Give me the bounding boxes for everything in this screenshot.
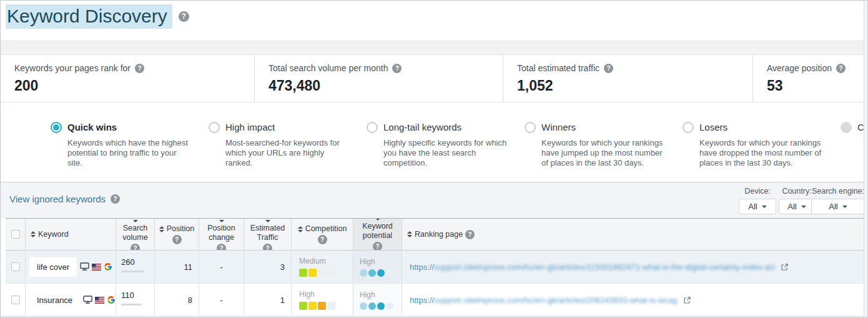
sort-icon[interactable] bbox=[159, 226, 164, 232]
filter-label[interactable]: High impact bbox=[225, 121, 349, 134]
help-icon[interactable]: ? bbox=[135, 64, 144, 73]
external-link-icon[interactable] bbox=[683, 296, 691, 304]
position-change-value: - bbox=[220, 296, 222, 305]
competition-meter bbox=[299, 302, 335, 310]
filter-description: Keywords for which your rankings have ju… bbox=[541, 138, 665, 168]
google-icon bbox=[104, 262, 112, 271]
sort-icon[interactable] bbox=[219, 219, 224, 222]
filter-winners[interactable]: Winners Keywords for which your rankings… bbox=[525, 121, 673, 168]
us-flag-icon bbox=[95, 297, 104, 304]
dropdown-label: Device: bbox=[739, 187, 776, 196]
volume-bar bbox=[121, 271, 144, 272]
column-header-search-volume[interactable]: Search volume? bbox=[116, 219, 155, 250]
row-checkbox[interactable] bbox=[11, 262, 20, 271]
radio-selected-icon[interactable] bbox=[51, 122, 62, 133]
filter-description: Highly specific keywords for which you h… bbox=[383, 138, 507, 168]
help-icon[interactable]: ? bbox=[836, 64, 846, 73]
help-icon[interactable]: ? bbox=[111, 194, 120, 204]
filter-high-impact[interactable]: High impact Most-searched-for keywords f… bbox=[209, 121, 357, 168]
radio-icon[interactable] bbox=[525, 122, 536, 133]
help-icon[interactable]: ? bbox=[131, 244, 140, 251]
stat-label: Average position bbox=[767, 63, 832, 73]
column-header-keyword[interactable]: Keyword bbox=[26, 219, 116, 250]
row-checkbox[interactable] bbox=[11, 296, 20, 304]
filter-losers[interactable]: Losers Keywords for which your rankings … bbox=[683, 121, 831, 168]
filter-label[interactable]: Losers bbox=[699, 121, 823, 134]
column-label: Search volume bbox=[119, 224, 152, 242]
column-header-competition[interactable]: Competition? bbox=[292, 219, 353, 250]
help-icon[interactable]: ? bbox=[604, 64, 613, 73]
dropdown-label: Search engine: bbox=[811, 187, 865, 196]
country-dropdown[interactable]: All bbox=[779, 199, 815, 214]
ranking-page-link[interactable]: https://support.siteimprove.com/hc/en-gb… bbox=[410, 296, 678, 305]
help-icon[interactable]: ? bbox=[172, 235, 182, 244]
help-icon[interactable]: ? bbox=[263, 244, 272, 251]
sort-icon[interactable] bbox=[31, 231, 36, 237]
sort-icon[interactable] bbox=[133, 219, 138, 222]
help-icon[interactable]: ? bbox=[465, 230, 475, 239]
sort-icon[interactable] bbox=[407, 231, 412, 237]
radio-icon[interactable] bbox=[683, 122, 694, 133]
header-divider-band bbox=[1, 41, 867, 55]
scrollbar[interactable] bbox=[864, 1, 867, 317]
potential-meter bbox=[360, 269, 393, 277]
search-volume-value: 110 bbox=[121, 291, 142, 300]
column-header-ranking-page[interactable]: Ranking page? bbox=[402, 219, 864, 250]
filter-label[interactable]: Long-tail keywords bbox=[383, 121, 507, 134]
help-icon[interactable]: ? bbox=[179, 11, 189, 22]
radio-icon[interactable] bbox=[367, 122, 378, 133]
radio-icon[interactable] bbox=[841, 122, 852, 133]
filter-options: Quick wins Keywords which have the highe… bbox=[1, 102, 867, 182]
filter-long-tail[interactable]: Long-tail keywords Highly specific keywo… bbox=[367, 121, 515, 168]
dropdown-value: All bbox=[787, 202, 796, 211]
filter-label[interactable]: Quick wins bbox=[67, 121, 191, 134]
stat-average-position: Average position? 53 bbox=[752, 55, 864, 102]
column-label: Keyword potential bbox=[356, 222, 399, 241]
competition-label: Medium bbox=[299, 257, 335, 266]
device-filter: Device: All bbox=[739, 187, 776, 214]
chevron-down-icon bbox=[801, 206, 806, 208]
position-value: 8 bbox=[188, 296, 192, 305]
stat-value: 1,052 bbox=[517, 77, 752, 94]
link-label[interactable]: View ignored keywords bbox=[9, 194, 106, 204]
bottom-edge bbox=[1, 316, 867, 317]
view-ignored-keywords-link[interactable]: View ignored keywords? bbox=[9, 194, 120, 204]
filter-description: Most-searched-for keywords for which you… bbox=[225, 138, 349, 168]
filter-label[interactable]: Winners bbox=[541, 121, 665, 134]
device-dropdown[interactable]: All bbox=[739, 199, 776, 214]
search-engine-dropdown[interactable]: All bbox=[811, 199, 865, 214]
help-icon[interactable]: ? bbox=[373, 242, 382, 251]
column-header-position-change[interactable]: Position change? bbox=[199, 219, 244, 250]
column-header-position[interactable]: Position? bbox=[155, 219, 199, 250]
radio-icon[interactable] bbox=[209, 122, 220, 133]
external-link-icon[interactable] bbox=[781, 263, 789, 271]
ranking-page-link[interactable]: https://support.siteimprove.com/hc/en-gb… bbox=[410, 262, 775, 272]
select-all-checkbox[interactable] bbox=[11, 230, 20, 239]
volume-bar bbox=[121, 304, 142, 306]
keyword-discovery-page: Keyword Discovery? Keywords your pages r… bbox=[0, 0, 868, 318]
chevron-down-icon bbox=[762, 206, 767, 208]
stats-bar: Keywords your pages rank for? 200 Total … bbox=[1, 55, 864, 102]
page-title: Keyword Discovery? bbox=[6, 6, 189, 27]
help-icon[interactable]: ? bbox=[392, 64, 402, 73]
column-label: Position bbox=[167, 224, 194, 234]
stat-label: Total search volume per month bbox=[269, 63, 388, 73]
potential-meter bbox=[360, 302, 393, 310]
column-header-estimated-traffic[interactable]: Estimated Traffic? bbox=[244, 219, 292, 250]
stat-value: 473,480 bbox=[269, 77, 503, 94]
potential-label: High bbox=[360, 291, 393, 299]
search-engine-filter: Search engine: All bbox=[811, 187, 865, 214]
sort-desc-icon[interactable] bbox=[375, 219, 380, 221]
search-volume-value: 260 bbox=[121, 257, 144, 267]
help-icon[interactable]: ? bbox=[318, 235, 327, 244]
help-icon[interactable]: ? bbox=[217, 244, 226, 251]
sort-icon[interactable] bbox=[298, 226, 303, 232]
filter-quick-wins[interactable]: Quick wins Keywords which have the highe… bbox=[51, 121, 199, 168]
url-prefix: https:// bbox=[410, 296, 434, 305]
sort-icon[interactable] bbox=[265, 219, 270, 222]
desktop-icon bbox=[80, 262, 89, 271]
estimated-traffic-value: 3 bbox=[280, 262, 285, 272]
stat-search-volume: Total search volume per month? 473,480 bbox=[254, 55, 503, 102]
column-header-keyword-potential-sorted[interactable]: Keyword potential? bbox=[353, 219, 402, 250]
competition-label: High bbox=[299, 290, 335, 299]
